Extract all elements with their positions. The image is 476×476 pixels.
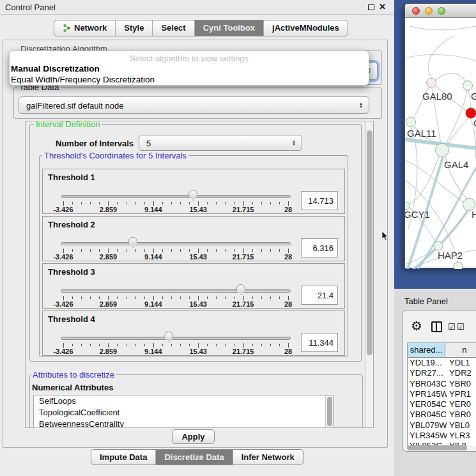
network-node[interactable] bbox=[406, 118, 416, 127]
combo-stepper-icon: ▲▼ bbox=[292, 140, 296, 146]
table-row[interactable]: YBR045CYBR0 bbox=[408, 410, 476, 420]
interval-definition-group: Interval Definition Number of Intervals … bbox=[29, 124, 362, 362]
scrollbar-thumb[interactable] bbox=[407, 445, 467, 450]
slider-thumb[interactable] bbox=[188, 190, 197, 201]
tab-impute-data[interactable]: Impute Data bbox=[91, 450, 155, 464]
tick-mark bbox=[252, 296, 253, 299]
dropdown-option-equal-width[interactable]: Equal Width/Frequency Discretization bbox=[11, 75, 155, 84]
threshold-value-field[interactable]: 21.4 bbox=[301, 286, 338, 305]
column-header-name[interactable]: n bbox=[445, 343, 476, 357]
tick-label: 9.144 bbox=[144, 300, 162, 308]
tab-style[interactable]: Style bbox=[115, 20, 152, 36]
cell-name: YBR0 bbox=[447, 410, 476, 420]
tick-mark bbox=[90, 344, 91, 346]
tab-cyni-toolbox[interactable]: Cyni Toolbox bbox=[194, 20, 263, 36]
tick-label: -3.426 bbox=[53, 253, 73, 261]
tab-infer-network[interactable]: Infer Network bbox=[233, 450, 303, 464]
table-horizontal-scrollbar[interactable] bbox=[406, 445, 476, 451]
gear-icon[interactable]: ⚙ bbox=[411, 319, 422, 332]
table-row[interactable]: YER054CYER0 bbox=[408, 399, 476, 410]
tab-select[interactable]: Select bbox=[152, 20, 194, 36]
network-node[interactable] bbox=[463, 81, 473, 91]
tick-label: 28 bbox=[284, 300, 292, 308]
network-edge[interactable] bbox=[436, 73, 466, 82]
dropdown-option-manual[interactable]: Manual Discretization bbox=[11, 64, 100, 73]
tick-mark bbox=[127, 202, 127, 204]
tick-mark bbox=[108, 249, 109, 253]
slider-track[interactable] bbox=[61, 289, 291, 293]
network-node[interactable] bbox=[434, 242, 443, 250]
network-edge[interactable] bbox=[405, 55, 476, 61]
slider-thumb[interactable] bbox=[164, 332, 173, 342]
tick-label: 2.859 bbox=[100, 348, 118, 355]
slider-track[interactable] bbox=[61, 337, 291, 340]
dropdown-hint-item[interactable]: Select algorithm to view settings bbox=[10, 54, 369, 63]
cell-shared-name: YBR045C bbox=[408, 410, 447, 420]
tick-mark bbox=[198, 343, 199, 348]
tick-label: 2.859 bbox=[100, 206, 118, 213]
attribute-list-item[interactable]: BetweennessCentrality bbox=[34, 418, 333, 428]
network-edge[interactable] bbox=[410, 26, 476, 30]
column-header-shared-name[interactable]: shared... bbox=[408, 343, 445, 357]
tab-discretize-data[interactable]: Discretize Data bbox=[155, 450, 232, 464]
checkbox-icon[interactable]: ☑ bbox=[448, 322, 456, 332]
tick-mark bbox=[180, 202, 181, 204]
tick-mark bbox=[162, 202, 163, 204]
screenshot-root: Control Panel ✕ NetworkStyleSelectCyni T… bbox=[0, 0, 476, 476]
numerical-attributes-list[interactable]: SelfLoopsTopologicalCoefficientBetweenne… bbox=[33, 395, 334, 428]
tick-mark bbox=[63, 296, 64, 300]
network-edge[interactable] bbox=[446, 118, 468, 146]
network-edge[interactable] bbox=[428, 36, 454, 78]
tick-mark bbox=[288, 201, 289, 206]
slider-track[interactable] bbox=[61, 242, 291, 245]
threshold-value-field[interactable]: 11.344 bbox=[301, 333, 338, 352]
mac-zoom-button[interactable] bbox=[438, 7, 445, 15]
table-row[interactable]: YPR145WYPR1 bbox=[408, 389, 476, 399]
apply-button[interactable]: Apply bbox=[172, 429, 215, 444]
node-label: GAL11 bbox=[407, 128, 436, 139]
scrollbar-thumb[interactable] bbox=[367, 130, 372, 355]
table-row[interactable]: YBR043CYBR0 bbox=[408, 379, 476, 389]
attribute-list-item[interactable]: TopologicalCoefficient bbox=[34, 407, 333, 418]
attributes-scrollbar[interactable] bbox=[325, 395, 333, 428]
tick-label: 21.715 bbox=[233, 206, 254, 213]
threshold-value-field[interactable]: 6.316 bbox=[301, 238, 338, 257]
mac-minimize-button[interactable] bbox=[425, 7, 433, 15]
tick-mark bbox=[279, 202, 280, 204]
tab-network[interactable]: Network bbox=[54, 20, 115, 36]
network-canvas[interactable]: GAL80GACGAL11GAL4GCY1HHAP2 bbox=[405, 18, 476, 269]
table-row[interactable]: YLR345WYLR3 bbox=[408, 431, 476, 441]
slider-track[interactable] bbox=[61, 195, 291, 198]
network-node[interactable] bbox=[454, 262, 463, 269]
cell-shared-name: YBL079W bbox=[408, 420, 447, 431]
network-node[interactable] bbox=[466, 108, 476, 118]
table-data-combobox[interactable]: galFiltered.sif default node ▲▼ bbox=[19, 96, 369, 114]
checkbox-icon[interactable]: ☑ bbox=[457, 322, 464, 332]
network-window-titlebar[interactable] bbox=[405, 4, 476, 18]
number-of-intervals-combobox[interactable]: 5 ▲▼ bbox=[139, 135, 302, 151]
tick-mark bbox=[153, 343, 154, 348]
close-icon[interactable]: ✕ bbox=[379, 2, 386, 12]
node-attribute-table[interactable]: shared... n YDL19...YDL1YDR27...YDR2YBR0… bbox=[407, 342, 476, 446]
tick-mark bbox=[234, 202, 235, 204]
mac-close-button[interactable] bbox=[412, 7, 420, 15]
network-node[interactable] bbox=[427, 79, 436, 88]
tick-mark bbox=[225, 249, 226, 252]
viewport-scrollbar[interactable] bbox=[365, 121, 373, 427]
split-pane-icon[interactable] bbox=[431, 321, 442, 332]
cell-shared-name: YLR345W bbox=[408, 431, 447, 441]
threshold-value-field[interactable]: 14.713 bbox=[301, 191, 338, 210]
tab-jactivemnodules[interactable]: jActiveMNodules bbox=[263, 20, 348, 36]
float-window-icon[interactable] bbox=[368, 4, 374, 10]
desktop-background: GAL80GACGAL11GAL4GCY1HHAP2 bbox=[394, 0, 476, 289]
slider-thumb[interactable] bbox=[128, 237, 137, 248]
table-row[interactable]: YDR27...YDR2 bbox=[408, 368, 476, 378]
table-row[interactable]: YDL19...YDL1 bbox=[408, 358, 476, 368]
tick-mark bbox=[99, 344, 100, 346]
tick-mark bbox=[180, 344, 181, 346]
table-row[interactable]: YBL079WYBL0 bbox=[408, 420, 476, 431]
attribute-list-item[interactable]: SelfLoops bbox=[34, 395, 333, 407]
scrollbar-thumb[interactable] bbox=[327, 397, 332, 426]
network-node[interactable] bbox=[436, 144, 449, 157]
slider-thumb[interactable] bbox=[236, 284, 245, 295]
